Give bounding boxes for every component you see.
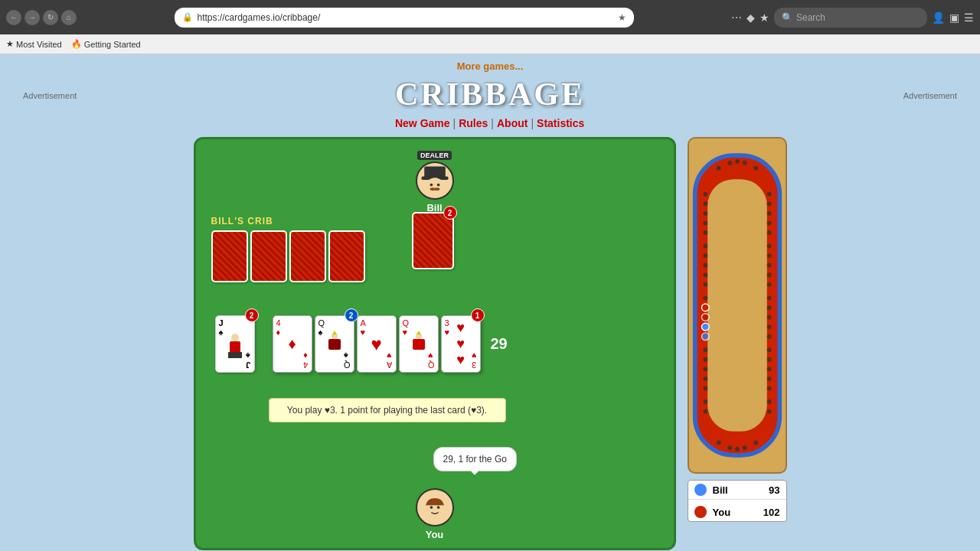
svg-point-28 <box>703 244 707 249</box>
svg-point-61 <box>766 357 771 362</box>
card-qh-center <box>408 331 430 358</box>
played-card-qh: Q♥ Q♥ <box>399 315 439 373</box>
play-count: 29 <box>491 335 508 353</box>
bill-hand-card: 2 <box>412 212 454 269</box>
svg-point-72 <box>716 440 720 445</box>
nav-rules[interactable]: Rules <box>459 117 488 129</box>
search-placeholder: Search <box>796 12 825 23</box>
svg-point-25 <box>703 211 707 216</box>
svg-point-6 <box>434 187 439 191</box>
forward-button[interactable]: → <box>24 10 40 25</box>
svg-point-18 <box>436 506 439 509</box>
home-button[interactable]: ⌂ <box>61 10 77 25</box>
svg-rect-14 <box>413 339 425 350</box>
svg-point-52 <box>766 263 771 268</box>
user-icon[interactable]: 👤 <box>932 11 945 24</box>
star-icon[interactable]: ★ <box>760 11 769 24</box>
crib-card-4 <box>328 230 365 282</box>
game-main-area: DEALER <box>163 137 818 550</box>
svg-point-38 <box>703 347 707 352</box>
reload-button[interactable]: ↻ <box>43 10 58 25</box>
more-games-link[interactable]: More games... <box>457 60 524 72</box>
svg-point-23 <box>703 192 707 197</box>
getting-started-bookmark[interactable]: 🔥 Getting Started <box>71 39 141 49</box>
svg-point-42 <box>703 386 707 391</box>
nav-controls[interactable]: ← → ↻ ⌂ <box>6 10 77 25</box>
played-card-qs-badge: 2 <box>345 308 358 322</box>
svg-point-47 <box>766 211 771 216</box>
speech-bubble-area: 29, 1 for the Go <box>433 447 517 471</box>
svg-point-76 <box>753 440 758 445</box>
cribbage-board-wrapper: Bill 93 You 102 <box>688 137 787 522</box>
bill-score-name: Bill <box>713 484 763 496</box>
svg-point-79 <box>701 304 709 311</box>
svg-point-65 <box>766 399 771 404</box>
address-bar[interactable]: 🔒 https://cardgames.io/cribbage/ ★ <box>175 8 634 28</box>
svg-marker-12 <box>332 331 337 334</box>
bill-avatar <box>416 161 454 200</box>
svg-point-74 <box>735 447 740 452</box>
bill-score-row: Bill 93 <box>688 481 786 500</box>
speech-text: 29, 1 for the Go <box>443 454 507 465</box>
svg-point-77 <box>701 323 709 331</box>
card-qs-center <box>324 331 345 358</box>
crib-card-1 <box>211 230 248 282</box>
svg-point-41 <box>703 377 707 381</box>
star-bookmark-icon: ★ <box>6 39 14 49</box>
svg-point-2 <box>426 178 444 196</box>
svg-point-26 <box>703 221 707 226</box>
queen-hearts-figure <box>408 331 430 355</box>
svg-point-3 <box>430 184 433 187</box>
more-games-bar: More games... <box>0 54 980 76</box>
crib-area: BILL'S CRIB <box>211 216 365 282</box>
played-card-ah: A♥ ♥ A♥ <box>357 315 397 373</box>
browser-chrome: ← → ↻ ⌂ 🔒 https://cardgames.io/cribbage/… <box>0 0 980 34</box>
extensions-icon[interactable]: ▣ <box>949 11 959 24</box>
crib-label: BILL'S CRIB <box>211 216 273 227</box>
svg-point-17 <box>430 506 433 509</box>
back-button[interactable]: ← <box>6 10 21 25</box>
svg-marker-15 <box>416 331 421 334</box>
played-cards-area: 4♦ ♦ 4♦ 2 Q♠ <box>273 315 508 373</box>
hamburger-icon[interactable]: ☰ <box>964 11 974 24</box>
nav-about[interactable]: About <box>497 117 528 129</box>
card-qs-top: Q♠ <box>318 318 325 337</box>
search-bar[interactable]: 🔍 Search <box>774 8 927 28</box>
browser-extras: ⋯ ◆ ★ <box>731 11 769 24</box>
card-4d-bottom: 4♦ <box>303 351 308 370</box>
bill-face-icon <box>417 161 452 200</box>
card-4d-center: ♦ <box>288 335 296 353</box>
svg-point-71 <box>753 166 758 171</box>
svg-point-7 <box>231 334 239 341</box>
svg-point-31 <box>703 272 707 277</box>
bookmark-star-icon: ★ <box>618 12 626 23</box>
flame-icon: 🔥 <box>71 39 82 49</box>
queen-spades-figure <box>324 331 345 355</box>
svg-point-27 <box>703 230 707 235</box>
nav-new-game[interactable]: New Game <box>395 117 450 129</box>
played-card-qs: 2 Q♠ Q♠ <box>315 315 354 373</box>
card-3h-top: 3♥ <box>445 318 450 337</box>
bill-score-dot <box>694 484 707 496</box>
you-avatar <box>416 488 454 527</box>
most-visited-bookmark[interactable]: ★ Most Visited <box>6 39 62 49</box>
card-qs-bottom: Q♠ <box>344 351 351 370</box>
svg-point-32 <box>703 282 707 287</box>
you-score-dot <box>694 506 707 518</box>
dealer-badge: DEALER <box>417 151 452 160</box>
you-score-row: You 102 <box>688 503 786 521</box>
svg-point-73 <box>727 445 732 450</box>
svg-point-68 <box>727 161 732 165</box>
card-qh-top: Q♥ <box>403 318 410 337</box>
jack-figure <box>224 332 247 359</box>
crib-board-svg <box>689 139 786 472</box>
left-hand-card[interactable]: 2 J♠ J♠ <box>215 315 255 373</box>
most-visited-label: Most Visited <box>16 40 62 49</box>
nav-statistics[interactable]: Statistics <box>537 117 584 129</box>
you-name: You <box>426 529 444 540</box>
svg-point-50 <box>766 244 771 249</box>
bill-card-badge: 2 <box>443 206 457 220</box>
left-card-badge: 2 <box>245 308 259 322</box>
menu-dots-icon[interactable]: ⋯ <box>731 11 742 24</box>
svg-point-55 <box>766 295 771 300</box>
